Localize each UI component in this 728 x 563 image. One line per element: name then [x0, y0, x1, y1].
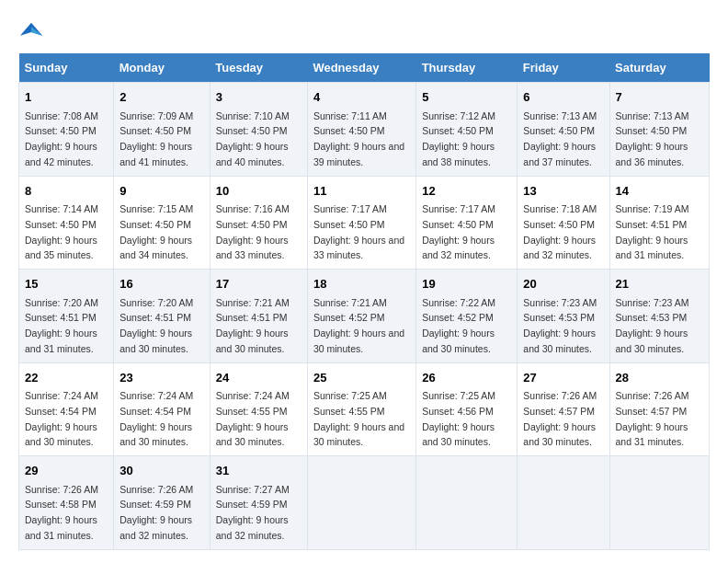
day-cell	[416, 456, 518, 550]
day-info: Sunrise: 7:21 AMSunset: 4:52 PMDaylight:…	[313, 297, 404, 354]
header-cell-tuesday: Tuesday	[210, 53, 307, 83]
day-cell: 18Sunrise: 7:21 AMSunset: 4:52 PMDayligh…	[307, 270, 415, 363]
header-cell-thursday: Thursday	[416, 53, 518, 83]
day-info: Sunrise: 7:19 AMSunset: 4:51 PMDaylight:…	[616, 203, 689, 260]
day-number: 24	[216, 369, 301, 387]
day-cell: 6Sunrise: 7:13 AMSunset: 4:50 PMDaylight…	[518, 83, 609, 177]
day-cell: 9Sunrise: 7:15 AMSunset: 4:50 PMDaylight…	[114, 176, 210, 270]
day-cell: 13Sunrise: 7:18 AMSunset: 4:50 PMDayligh…	[518, 176, 609, 270]
day-number: 16	[119, 275, 204, 293]
day-number: 11	[313, 182, 410, 201]
week-row-1: 1Sunrise: 7:08 AMSunset: 4:50 PMDaylight…	[19, 83, 710, 177]
day-cell: 25Sunrise: 7:25 AMSunset: 4:55 PMDayligh…	[307, 362, 415, 456]
day-info: Sunrise: 7:17 AMSunset: 4:50 PMDaylight:…	[313, 203, 404, 260]
day-cell: 3Sunrise: 7:10 AMSunset: 4:50 PMDaylight…	[210, 83, 307, 177]
day-info: Sunrise: 7:24 AMSunset: 4:54 PMDaylight:…	[119, 390, 193, 447]
day-number: 3	[216, 88, 301, 107]
day-number: 17	[216, 275, 301, 293]
day-info: Sunrise: 7:10 AMSunset: 4:50 PMDaylight:…	[216, 110, 290, 167]
day-number: 31	[216, 462, 301, 480]
day-cell: 15Sunrise: 7:20 AMSunset: 4:51 PMDayligh…	[19, 270, 114, 363]
day-cell: 19Sunrise: 7:22 AMSunset: 4:52 PMDayligh…	[416, 270, 518, 363]
day-cell: 5Sunrise: 7:12 AMSunset: 4:50 PMDaylight…	[416, 83, 518, 177]
week-row-2: 8Sunrise: 7:14 AMSunset: 4:50 PMDaylight…	[19, 176, 710, 270]
header-cell-saturday: Saturday	[609, 53, 710, 83]
day-cell: 30Sunrise: 7:26 AMSunset: 4:59 PMDayligh…	[114, 456, 210, 550]
day-number: 2	[119, 88, 204, 107]
day-info: Sunrise: 7:22 AMSunset: 4:52 PMDaylight:…	[422, 297, 495, 354]
day-cell: 1Sunrise: 7:08 AMSunset: 4:50 PMDaylight…	[19, 83, 114, 177]
day-cell: 23Sunrise: 7:24 AMSunset: 4:54 PMDayligh…	[114, 362, 210, 456]
day-number: 10	[216, 182, 301, 201]
day-cell: 2Sunrise: 7:09 AMSunset: 4:50 PMDaylight…	[114, 83, 210, 177]
day-cell: 14Sunrise: 7:19 AMSunset: 4:51 PMDayligh…	[609, 176, 710, 270]
day-number: 27	[523, 369, 603, 387]
day-number: 21	[616, 275, 704, 293]
week-row-4: 22Sunrise: 7:24 AMSunset: 4:54 PMDayligh…	[19, 362, 710, 456]
header-cell-sunday: Sunday	[19, 53, 114, 83]
day-info: Sunrise: 7:21 AMSunset: 4:51 PMDaylight:…	[216, 297, 290, 354]
day-number: 4	[313, 88, 410, 107]
day-number: 23	[119, 369, 204, 387]
day-cell	[609, 456, 710, 550]
day-info: Sunrise: 7:26 AMSunset: 4:59 PMDaylight:…	[119, 484, 193, 541]
day-info: Sunrise: 7:24 AMSunset: 4:54 PMDaylight:…	[25, 390, 98, 447]
day-number: 8	[25, 182, 108, 201]
day-cell	[518, 456, 609, 550]
day-number: 15	[25, 275, 108, 293]
day-info: Sunrise: 7:20 AMSunset: 4:51 PMDaylight:…	[119, 297, 193, 354]
header-row: SundayMondayTuesdayWednesdayThursdayFrid…	[19, 53, 710, 83]
day-info: Sunrise: 7:23 AMSunset: 4:53 PMDaylight:…	[616, 297, 689, 354]
week-row-3: 15Sunrise: 7:20 AMSunset: 4:51 PMDayligh…	[19, 270, 710, 363]
day-info: Sunrise: 7:27 AMSunset: 4:59 PMDaylight:…	[216, 484, 290, 541]
day-info: Sunrise: 7:13 AMSunset: 4:50 PMDaylight:…	[523, 110, 597, 167]
day-number: 13	[523, 182, 603, 201]
day-info: Sunrise: 7:12 AMSunset: 4:50 PMDaylight:…	[422, 110, 495, 167]
day-number: 12	[422, 182, 511, 201]
day-info: Sunrise: 7:26 AMSunset: 4:57 PMDaylight:…	[523, 390, 597, 447]
day-info: Sunrise: 7:25 AMSunset: 4:56 PMDaylight:…	[422, 390, 495, 447]
logo	[18, 18, 48, 44]
day-number: 5	[422, 88, 511, 107]
day-number: 14	[616, 182, 704, 201]
day-cell: 17Sunrise: 7:21 AMSunset: 4:51 PMDayligh…	[210, 270, 307, 363]
day-cell: 7Sunrise: 7:13 AMSunset: 4:50 PMDaylight…	[609, 83, 710, 177]
week-row-5: 29Sunrise: 7:26 AMSunset: 4:58 PMDayligh…	[19, 456, 710, 550]
day-info: Sunrise: 7:14 AMSunset: 4:50 PMDaylight:…	[25, 203, 98, 260]
day-cell: 29Sunrise: 7:26 AMSunset: 4:58 PMDayligh…	[19, 456, 114, 550]
day-info: Sunrise: 7:08 AMSunset: 4:50 PMDaylight:…	[25, 110, 98, 167]
day-number: 20	[523, 275, 603, 293]
day-number: 26	[422, 369, 511, 387]
day-number: 19	[422, 275, 511, 293]
day-number: 9	[119, 182, 204, 201]
day-cell: 24Sunrise: 7:24 AMSunset: 4:55 PMDayligh…	[210, 362, 307, 456]
day-cell: 12Sunrise: 7:17 AMSunset: 4:50 PMDayligh…	[416, 176, 518, 270]
page-header	[18, 18, 710, 44]
day-cell: 27Sunrise: 7:26 AMSunset: 4:57 PMDayligh…	[518, 362, 609, 456]
day-info: Sunrise: 7:09 AMSunset: 4:50 PMDaylight:…	[119, 110, 193, 167]
day-cell	[307, 456, 415, 550]
calendar-table: SundayMondayTuesdayWednesdayThursdayFrid…	[18, 53, 710, 550]
day-cell: 21Sunrise: 7:23 AMSunset: 4:53 PMDayligh…	[609, 270, 710, 363]
day-info: Sunrise: 7:26 AMSunset: 4:57 PMDaylight:…	[616, 390, 689, 447]
header-cell-monday: Monday	[114, 53, 210, 83]
day-info: Sunrise: 7:24 AMSunset: 4:55 PMDaylight:…	[216, 390, 290, 447]
day-cell: 10Sunrise: 7:16 AMSunset: 4:50 PMDayligh…	[210, 176, 307, 270]
day-number: 25	[313, 369, 410, 387]
day-number: 29	[25, 462, 108, 480]
day-number: 18	[313, 275, 410, 293]
day-info: Sunrise: 7:16 AMSunset: 4:50 PMDaylight:…	[216, 203, 290, 260]
day-info: Sunrise: 7:15 AMSunset: 4:50 PMDaylight:…	[119, 203, 193, 260]
day-info: Sunrise: 7:26 AMSunset: 4:58 PMDaylight:…	[25, 484, 98, 541]
day-number: 22	[25, 369, 108, 387]
day-cell: 8Sunrise: 7:14 AMSunset: 4:50 PMDaylight…	[19, 176, 114, 270]
day-info: Sunrise: 7:13 AMSunset: 4:50 PMDaylight:…	[616, 110, 689, 167]
day-cell: 16Sunrise: 7:20 AMSunset: 4:51 PMDayligh…	[114, 270, 210, 363]
day-cell: 22Sunrise: 7:24 AMSunset: 4:54 PMDayligh…	[19, 362, 114, 456]
header-cell-friday: Friday	[518, 53, 609, 83]
day-number: 28	[616, 369, 704, 387]
day-info: Sunrise: 7:20 AMSunset: 4:51 PMDaylight:…	[25, 297, 98, 354]
day-cell: 4Sunrise: 7:11 AMSunset: 4:50 PMDaylight…	[307, 83, 415, 177]
day-info: Sunrise: 7:23 AMSunset: 4:53 PMDaylight:…	[523, 297, 597, 354]
day-number: 7	[616, 88, 704, 107]
